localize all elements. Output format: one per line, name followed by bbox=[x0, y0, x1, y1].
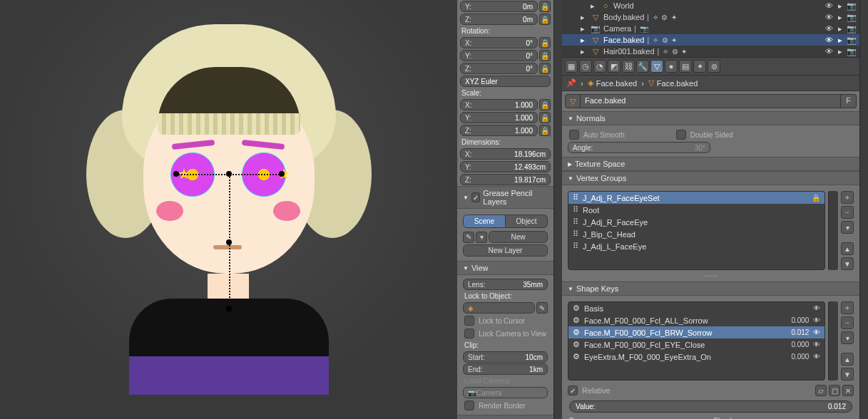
eyedropper-icon[interactable]: ✎ bbox=[536, 302, 548, 314]
shape-key-row[interactable]: ⚙Face.M_F00_000_Fcl_ALL_Sorrow0.000 👁 bbox=[568, 314, 824, 326]
normals-header[interactable]: Normals bbox=[562, 111, 859, 125]
add-icon[interactable]: ＋ bbox=[841, 301, 854, 314]
location-y[interactable]: Y:0m bbox=[460, 1, 538, 12]
lock-object-field[interactable]: ◈ bbox=[463, 302, 535, 314]
lock-camera-check[interactable] bbox=[464, 329, 474, 338]
pencil-icon[interactable]: ✎ bbox=[463, 232, 474, 243]
outliner-row[interactable]: ▸ ▽ Body.baked | ✧ ⚙ ✦ 👁▸📷 bbox=[562, 11, 859, 23]
vertex-group-row[interactable]: ⠿J_Adj_L_FaceEye bbox=[568, 240, 824, 252]
vertex-group-row[interactable]: ⠿Root bbox=[568, 204, 824, 216]
vertex-group-row[interactable]: ⠿J_Adj_R_FaceEyeSet🔒 bbox=[568, 192, 824, 204]
scene-tab-icon[interactable]: ◷ bbox=[579, 60, 592, 73]
move-up-icon[interactable]: ▲ bbox=[841, 242, 854, 255]
relative-check[interactable] bbox=[568, 386, 578, 395]
lock-icon[interactable]: 🔒 bbox=[539, 37, 551, 48]
lock-cursor-check[interactable] bbox=[464, 316, 474, 326]
particles-tab-icon[interactable]: ✦ bbox=[693, 60, 706, 73]
material-tab-icon[interactable]: ● bbox=[665, 60, 678, 73]
scale-y[interactable]: Y:1.000 bbox=[460, 112, 538, 123]
lock-icon[interactable]: 🔒 bbox=[539, 14, 551, 25]
outliner-row[interactable]: ▸ ▽ Hair001.baked | ✧ ⚙ ✦ 👁▸📷 bbox=[562, 46, 859, 57]
outliner-row[interactable]: ▸ 📷 Camera | 📷 👁▸📷 bbox=[562, 23, 859, 34]
menu-icon[interactable]: ▾ bbox=[841, 331, 854, 344]
new-layer-button[interactable]: New Layer bbox=[463, 244, 548, 257]
render-border-check[interactable] bbox=[464, 400, 474, 410]
vertex-group-row[interactable]: ⠿J_Adj_R_FaceEye bbox=[568, 216, 824, 228]
move-down-icon[interactable]: ▼ bbox=[841, 368, 854, 381]
shape-key-row[interactable]: ⚙Face.M_F00_000_Fcl_EYE_Close0.000 👁 bbox=[568, 338, 824, 351]
constraint-tab-icon[interactable]: ⛓ bbox=[622, 60, 635, 73]
shapekey-clear-icon[interactable]: ✕ bbox=[842, 385, 854, 396]
shapekey-value-slider[interactable]: Value:0.012 bbox=[569, 400, 852, 413]
shape-key-row[interactable]: ⚙Face.M_F00_000_Fcl_BRW_Sorrow0.012 👁 bbox=[568, 326, 824, 338]
rotation-y[interactable]: Y:0° bbox=[460, 50, 538, 61]
grease-check[interactable] bbox=[471, 192, 480, 202]
view-panel-header[interactable]: View bbox=[457, 261, 553, 275]
render-tab-icon[interactable]: ▦ bbox=[565, 60, 578, 73]
data-tab-icon[interactable]: ▽ bbox=[650, 60, 663, 73]
crumb-mesh[interactable]: Face.baked bbox=[657, 79, 698, 88]
properties-scrollbar[interactable] bbox=[859, 0, 868, 419]
remove-icon[interactable]: － bbox=[841, 206, 854, 219]
pin-icon[interactable]: 📌 bbox=[566, 78, 576, 88]
auto-smooth-check[interactable] bbox=[569, 130, 579, 140]
dimension-x[interactable]: X:18.196cm bbox=[460, 148, 551, 160]
menu-icon[interactable]: ▾ bbox=[841, 221, 854, 234]
cursor-panel-header[interactable]: 3D Cursor bbox=[457, 415, 553, 419]
move-down-icon[interactable]: ▼ bbox=[841, 257, 854, 270]
dimension-z[interactable]: Z:19.817cm bbox=[460, 174, 551, 185]
new-button[interactable]: New bbox=[489, 231, 548, 243]
shapekey-mute-icon[interactable]: ▢ bbox=[829, 385, 840, 396]
fake-user-button[interactable]: F bbox=[841, 94, 857, 108]
lock-icon[interactable]: 🔒 bbox=[539, 125, 551, 136]
rotation-z[interactable]: Z:0° bbox=[460, 63, 538, 74]
double-sided-check[interactable] bbox=[676, 130, 686, 140]
vg-scrollbar[interactable] bbox=[828, 191, 838, 270]
rotation-x[interactable]: X:0° bbox=[460, 37, 538, 48]
remove-icon[interactable]: － bbox=[841, 316, 854, 329]
scene-tab[interactable]: Scene bbox=[463, 214, 506, 228]
outliner-row[interactable]: ▸ ○ World 👁▸📷 bbox=[562, 0, 859, 11]
lock-icon[interactable]: 🔒 bbox=[539, 1, 551, 12]
shape-keys-list[interactable]: ⚙Basis 👁⚙Face.M_F00_000_Fcl_ALL_Sorrow0.… bbox=[568, 301, 825, 381]
texture-space-header[interactable]: Texture Space bbox=[562, 157, 859, 171]
crumb-object[interactable]: Face.baked bbox=[596, 79, 637, 88]
add-icon[interactable]: ＋ bbox=[841, 191, 854, 204]
scale-x[interactable]: X:1.000 bbox=[460, 99, 538, 110]
world-tab-icon[interactable]: ◔ bbox=[593, 60, 606, 73]
lock-icon[interactable]: 🔒 bbox=[539, 50, 551, 61]
object-tab-icon[interactable]: ◩ bbox=[608, 60, 621, 73]
location-z[interactable]: Z:0m bbox=[460, 14, 538, 25]
mesh-icon[interactable]: ▽ bbox=[565, 94, 581, 108]
shape-key-row[interactable]: ⚙EyeExtra.M_F00_000_EyeExtra_On0.000 👁 bbox=[568, 351, 824, 363]
vertex-groups-list[interactable]: ⠿J_Adj_R_FaceEyeSet🔒⠿Root⠿J_Adj_R_FaceEy… bbox=[568, 191, 825, 270]
dropdown-icon[interactable]: ▾ bbox=[476, 232, 487, 243]
dimension-y[interactable]: Y:12.493cm bbox=[460, 161, 551, 172]
outliner-row[interactable]: ▸ ▽ Face.baked | ✧ ⚙ ✦ 👁▸📷 bbox=[562, 34, 859, 46]
vertex-groups-header[interactable]: Vertex Groups bbox=[562, 171, 859, 185]
shape-key-row[interactable]: ⚙Basis 👁 bbox=[568, 302, 824, 314]
shapekey-edit-icon[interactable]: ▱ bbox=[815, 385, 827, 396]
3d-viewport[interactable]: ★★ bbox=[0, 0, 457, 419]
lock-icon[interactable]: 🔒 bbox=[539, 112, 551, 123]
grease-pencil-panel-header[interactable]: Grease Pencil Layers bbox=[457, 186, 553, 209]
lock-icon[interactable]: 🔒 bbox=[539, 63, 551, 74]
sk-scrollbar[interactable] bbox=[828, 301, 838, 381]
move-up-icon[interactable]: ▲ bbox=[841, 353, 854, 366]
vertex-group-row[interactable]: ⠿J_Bip_C_Head bbox=[568, 228, 824, 240]
modifier-tab-icon[interactable]: 🔧 bbox=[636, 60, 649, 73]
rotation-mode[interactable]: XYZ Euler bbox=[460, 76, 551, 87]
outliner[interactable]: ▸ ○ World 👁▸📷 ▸ ▽ Body.baked | ✧ ⚙ ✦ 👁▸📷… bbox=[562, 0, 859, 57]
lens-field[interactable]: Lens:35mm bbox=[463, 279, 548, 290]
shape-keys-header[interactable]: Shape Keys bbox=[562, 281, 859, 296]
physics-tab-icon[interactable]: ⊚ bbox=[708, 60, 720, 73]
clip-start[interactable]: Start:10cm bbox=[463, 351, 548, 363]
clip-end[interactable]: End:1km bbox=[463, 363, 548, 375]
object-tab[interactable]: Object bbox=[506, 214, 548, 228]
mesh-name-input[interactable]: Face.baked bbox=[581, 94, 841, 108]
list-resize-grip[interactable]: ┅┅┅ bbox=[565, 273, 857, 279]
lock-icon[interactable]: 🔒 bbox=[539, 99, 551, 110]
scale-z[interactable]: Z:1.000 bbox=[460, 125, 538, 136]
n-panel-scrollbar[interactable] bbox=[553, 0, 562, 419]
texture-tab-icon[interactable]: ▤ bbox=[679, 60, 692, 73]
